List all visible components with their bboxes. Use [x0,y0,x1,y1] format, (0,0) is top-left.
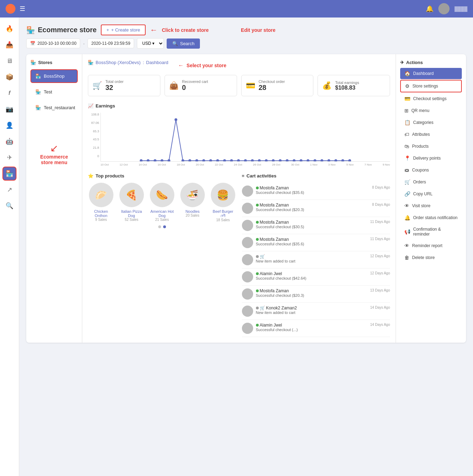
sidebar-item-send[interactable]: ✈ [2,150,16,164]
actions-icon: ✈ [400,60,404,65]
dashboard-grid: 🏪 Stores 🏪 BossShop 🏪 Test 🏪 Test_restau… [26,54,466,343]
stat-recovered-cart: 👜 Recovered cart 0 [165,75,237,96]
product-item-burger: 🍔 Beef Burger বেণী 18 Sales [210,183,236,222]
plus-icon: + [106,27,109,33]
product-img-chicken: 🥟 [89,183,113,207]
currency-select[interactable]: USD ▾ [137,38,164,49]
dot-2[interactable] [163,225,166,228]
cart-item-3: Mostofa Zaman Successful checkout ($30.5… [242,217,390,234]
cart-avatar-7 [242,288,253,300]
action-reminder-report[interactable]: 👁 Reminder report [400,240,462,251]
action-dashboard[interactable]: 🏠 Dashboard [400,68,462,79]
coupons-icon: 🎟 [404,167,409,173]
sidebar-item-share[interactable]: ↗ [2,183,16,197]
date-separator: - [83,41,84,46]
action-categories[interactable]: 📋 Categories [400,117,462,128]
dot-1[interactable] [158,225,161,228]
sidebar-item-download[interactable]: 📥 [2,38,16,52]
store-panel-icon: 🏪 [30,60,36,65]
svg-point-23 [300,159,302,161]
product-item-noodles: 🍜 Noodles 20 Sales [179,183,206,222]
cart-item-6: Alamin Jwel Successful checkout ($42.64)… [242,268,390,286]
actions-panel: ✈ Actions 🏠 Dashboard ⚙ Store settings 💳… [396,54,466,343]
action-orders[interactable]: 🛒 Orders [400,176,462,188]
cart-item-5: 🛒 New item added to cart 12 Days Ago [242,251,390,268]
products-row: 🥟 Chicken Onthon 9 Sales 🍕 Italian Pizza… [88,183,236,222]
date-from-input[interactable]: 📅 2020-10-10 00:00:00 [26,38,80,48]
sidebar-item-facebook[interactable]: f [2,86,16,100]
cart-info-9: Alamin Jwel Successful checkout (...) [256,323,368,332]
svg-point-0 [140,159,142,161]
action-delivery-points[interactable]: 📍 Delivery points [400,153,462,164]
sidebar-item-robot[interactable]: 🤖 [2,134,16,148]
action-store-settings[interactable]: ⚙ Store settings [400,80,462,92]
cart-avatar-5 [242,254,253,265]
calendar-icon: 📅 [30,41,35,46]
sidebar-item-fire[interactable]: 🔥 [2,22,16,36]
notification-bell-icon[interactable]: 🔔 [426,5,433,13]
cart-avatar-9 [242,323,253,334]
svg-point-21 [286,159,288,161]
copy-url-icon: 🔗 [404,191,410,197]
sidebar-item-layers[interactable]: 📦 [2,70,16,84]
action-attributes[interactable]: 🏷 Attributes [400,129,462,140]
svg-point-24 [307,159,309,161]
create-store-button[interactable]: + + Create store [101,24,146,35]
product-img-hotdog: 🌭 [150,183,174,207]
svg-point-11 [216,159,219,161]
cart-info-4: Mostofa Zaman Successful checkout ($35.6… [256,237,368,246]
hamburger-button[interactable]: ☰ [20,5,25,13]
cart-item-2: Mostofa Zaman Successful checkout ($20.3… [242,200,390,217]
chart-y-labels: 108.8 87.06 65.3 43.5 21.8 0 [88,113,100,158]
action-confirmation-reminder[interactable]: 📢 Confirmation & reminder [400,224,462,239]
cart-info-6: Alamin Jwel Successful checkout ($42.64) [256,271,368,280]
actions-title: ✈ Actions [400,60,462,65]
filter-bar: 📅 2020-10-10 00:00:00 - 2020-11-09 23:59… [26,38,466,49]
dashboard-icon: 🏠 [404,71,410,76]
action-visit-store[interactable]: 👁 Visit store [400,200,462,211]
store-item-bossshop[interactable]: 🏪 BossShop [30,69,78,83]
cart-item-1: Mostofa Zaman Successful checkout ($35.6… [242,183,390,200]
action-delete-store[interactable]: 🗑 Delete store [400,252,462,263]
sidebar-item-monitor[interactable]: 🖥 [2,54,16,68]
app-logo [6,4,15,14]
annotation-edit: Edit your store [241,27,276,33]
store-item-test[interactable]: 🏪 Test [30,85,78,99]
svg-point-27 [327,159,330,161]
search-button[interactable]: 🔍 Search [167,38,200,49]
chart-icon: 📈 [88,103,93,108]
arrow-select-icon: ← [178,62,184,69]
cart-info-8: 🛒 Konok2 Zaman2 New item added to cart [256,306,368,315]
svg-point-3 [161,159,164,161]
sidebar-item-instagram[interactable]: 📷 [2,102,16,116]
action-checkout-settings[interactable]: 💳 Checkout settings [400,93,462,104]
svg-point-14 [237,159,240,161]
sidebar-item-store[interactable]: 🏪 [2,167,16,181]
date-to-input[interactable]: 2020-11-09 23:59:59 [88,38,134,48]
stores-panel-title: 🏪 Stores [30,60,78,65]
cart-item-7: Mostofa Zaman Successful checkout ($20.3… [242,286,390,303]
product-item-pizza: 🍕 Italian Pizza Dog 52 Sales [118,183,145,222]
action-products[interactable]: 🛍 Products [400,141,462,152]
sidebar-item-users[interactable]: 👤 [2,118,16,132]
cart-item-9: Alamin Jwel Successful checkout (...) 14… [242,320,390,337]
cart-avatar-3 [242,220,253,231]
delete-icon: 🗑 [404,255,409,260]
action-copy-url[interactable]: 🔗 Copy URL [400,188,462,200]
earnings-icon: 💰 [322,81,332,90]
search-icon: 🔍 [172,41,178,46]
cart-list: Mostofa Zaman Successful checkout ($35.6… [242,183,390,337]
chart-area [100,113,390,162]
action-order-status-notification[interactable]: 🔔 Order status notification [400,212,462,223]
svg-point-18 [265,159,268,161]
action-coupons[interactable]: 🎟 Coupons [400,164,462,176]
attributes-icon: 🏷 [404,132,409,137]
cart-info-2: Mostofa Zaman Successful checkout ($20.3… [256,203,369,212]
sidebar-item-search[interactable]: 🔍 [2,199,16,213]
star-icon: ⭐ [88,173,93,178]
store-item-test-restaurant[interactable]: 🏪 Test_restaurant [30,101,78,114]
visit-icon: 👁 [404,203,409,209]
svg-point-17 [258,159,261,161]
top-nav: ☰ 🔔 ████ [0,0,473,18]
action-qr-menu[interactable]: ⊞ QR menu [400,105,462,116]
